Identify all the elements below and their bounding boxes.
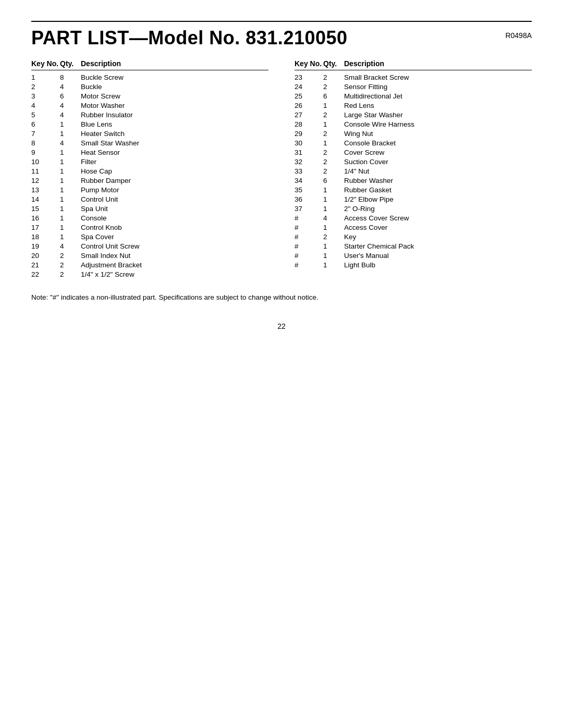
table-row: 34 6 Rubber Washer [295,176,532,185]
description: Small Index Nut [81,252,268,260]
table-row: 10 1 Filter [31,157,268,166]
description: Small Star Washer [81,139,268,147]
key-no: 8 [31,139,60,147]
key-no: 16 [31,214,60,222]
left-key-no-header: Key No. [31,59,60,68]
page-number: 22 [31,322,532,330]
qty: 4 [60,83,81,91]
description: Blue Lens [81,120,268,128]
qty: 1 [323,102,344,109]
note-section: Note: "#" indicates a non-illustrated pa… [31,293,532,301]
description: Heat Sensor [81,149,268,156]
table-row: 11 1 Hose Cap [31,166,268,176]
table-row: 2 4 Buckle [31,82,268,91]
table-row: 4 4 Motor Washer [31,101,268,110]
parts-table: Key No. Qty. Description 1 8 Buckle Scre… [31,59,532,279]
key-no: # [295,224,323,231]
description: Rubber Gasket [344,186,532,194]
table-row: 14 1 Control Unit [31,194,268,204]
table-row: 17 1 Control Knob [31,223,268,232]
key-no: 19 [31,242,60,250]
key-no: 10 [31,158,60,166]
left-column: Key No. Qty. Description 1 8 Buckle Scre… [31,59,284,279]
qty: 1 [60,195,81,203]
description: Access Cover Screw [344,214,532,222]
key-no: 3 [31,92,60,100]
qty: 2 [60,261,81,269]
description: Console Wire Harness [344,120,532,128]
key-no: 22 [31,270,60,278]
table-row: # 1 Light Bulb [295,260,532,269]
qty: 1 [60,214,81,222]
note-text: Note: "#" indicates a non-illustrated pa… [31,293,319,301]
key-no: 25 [295,92,323,100]
qty: 2 [323,167,344,175]
qty: 1 [60,177,81,184]
key-no: 9 [31,149,60,156]
description: Adjustment Bracket [81,261,268,269]
description: Access Cover [344,224,532,231]
key-no: 31 [295,149,323,156]
key-no: 6 [31,120,60,128]
table-row: 7 1 Heater Switch [31,129,268,138]
description: Motor Washer [81,102,268,109]
key-no: 32 [295,158,323,166]
description: Rubber Insulator [81,111,268,119]
description: Rubber Washer [344,177,532,184]
key-no: 37 [295,205,323,213]
table-row: 31 2 Cover Screw [295,147,532,157]
description: Pump Motor [81,186,268,194]
key-no: 20 [31,252,60,260]
table-row: 22 2 1/4" x 1/2" Screw [31,269,268,279]
qty: 4 [60,242,81,250]
table-row: 9 1 Heat Sensor [31,147,268,157]
description: Rubber Damper [81,177,268,184]
table-row: # 1 Starter Chemical Pack [295,241,532,251]
qty: 1 [60,186,81,194]
left-desc-header: Description [81,59,268,68]
key-no: # [295,252,323,260]
table-row: # 1 Access Cover [295,223,532,232]
description: Spa Unit [81,205,268,213]
table-row: 24 2 Sensor Fitting [295,82,532,91]
key-no: 13 [31,186,60,194]
description: Key [344,233,532,241]
right-col-header: Key No. Qty. Description [295,59,532,70]
qty: 4 [60,102,81,109]
qty: 1 [323,242,344,250]
table-row: 20 2 Small Index Nut [31,251,268,260]
description: Control Unit [81,195,268,203]
qty: 1 [60,205,81,213]
left-col-header: Key No. Qty. Description [31,59,268,70]
key-no: # [295,214,323,222]
qty: 2 [323,111,344,119]
qty: 4 [60,139,81,147]
key-no: 28 [295,120,323,128]
qty: 1 [60,130,81,138]
qty: 1 [323,224,344,231]
table-row: 6 1 Blue Lens [31,119,268,129]
qty: 2 [323,149,344,156]
qty: 1 [323,139,344,147]
table-row: 1 8 Buckle Screw [31,72,268,82]
qty: 2 [323,83,344,91]
description: Red Lens [344,102,532,109]
description: Filter [81,158,268,166]
qty: 1 [60,149,81,156]
table-row: 36 1 1/2" Elbow Pipe [295,194,532,204]
key-no: 35 [295,186,323,194]
table-row: 23 2 Small Bracket Screw [295,72,532,82]
key-no: 21 [31,261,60,269]
description: Starter Chemical Pack [344,242,532,250]
table-row: # 2 Key [295,232,532,241]
qty: 1 [60,120,81,128]
right-desc-header: Description [344,59,532,68]
key-no: 30 [295,139,323,147]
key-no: # [295,233,323,241]
table-row: 5 4 Rubber Insulator [31,110,268,119]
description: Multidirectional Jet [344,92,532,100]
description: Motor Screw [81,92,268,100]
description: Spa Cover [81,233,268,241]
qty: 6 [60,92,81,100]
key-no: 4 [31,102,60,109]
